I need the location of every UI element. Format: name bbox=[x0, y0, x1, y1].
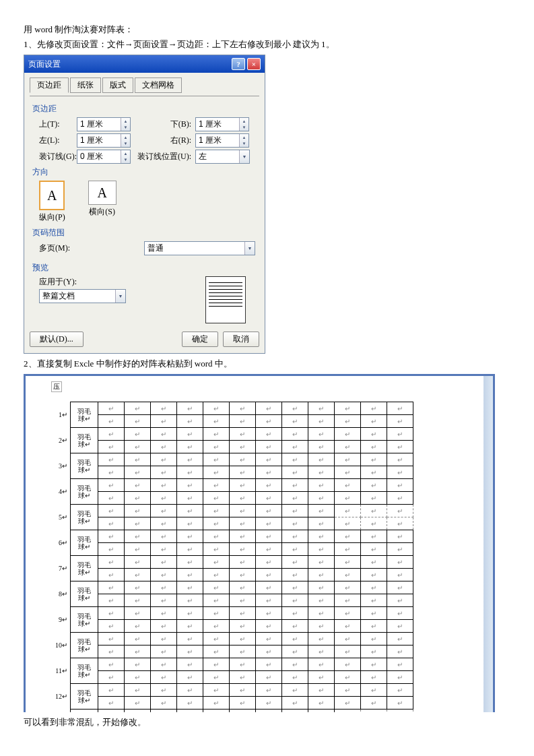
tabs: 页边距 纸张 版式 文档网格 bbox=[30, 77, 259, 92]
help-icon[interactable]: ? bbox=[232, 58, 245, 70]
tab-grid[interactable]: 文档网格 bbox=[135, 77, 182, 93]
top-input[interactable]: ▲▼ bbox=[77, 117, 131, 131]
gutter-label: 装订线(G): bbox=[39, 151, 77, 162]
gutter-input[interactable]: ▲▼ bbox=[77, 150, 131, 164]
row-number: 1↵ bbox=[44, 402, 71, 428]
orientation-portrait[interactable]: A纵向(P) bbox=[39, 181, 65, 223]
bracket-table: 1↵羽毛球↵↵↵↵↵↵↵↵↵↵↵↵↵↵↵↵↵↵↵↵↵↵↵↵↵2↵羽毛球↵↵↵↵↵… bbox=[44, 402, 413, 712]
left-label: 左(L): bbox=[39, 135, 77, 146]
tab-margins[interactable]: 页边距 bbox=[30, 77, 69, 93]
group-margin: 页边距 bbox=[32, 103, 259, 115]
row-number: 10↵ bbox=[44, 633, 71, 658]
entry-name: 羽毛球↵ bbox=[71, 658, 98, 684]
row-number: 8↵ bbox=[44, 581, 71, 607]
row-number: 4↵ bbox=[44, 479, 71, 505]
right-input[interactable]: ▲▼ bbox=[195, 133, 249, 148]
entry-name: 羽毛球↵ bbox=[71, 453, 98, 479]
row-number: 9↵ bbox=[44, 607, 71, 633]
footer-text: 可以看到非常混乱，开始修改。 bbox=[24, 716, 510, 728]
bottom-label: 下(B): bbox=[131, 119, 195, 130]
group-range: 页码范围 bbox=[32, 227, 259, 239]
group-orient: 方向 bbox=[32, 166, 259, 178]
dialog-title: 页面设置 bbox=[28, 59, 61, 70]
multi-label: 多页(M): bbox=[39, 243, 77, 254]
row-number: 13↵ bbox=[44, 710, 71, 713]
entry-name: 羽毛球↵ bbox=[71, 607, 98, 633]
entry-name: 羽毛球↵ bbox=[71, 428, 98, 453]
row-number: 5↵ bbox=[44, 505, 71, 530]
preview-icon bbox=[205, 276, 246, 323]
doc-title: 用 word 制作淘汰赛对阵表： bbox=[24, 24, 510, 36]
apply-label: 应用于(Y): bbox=[39, 276, 126, 288]
title-bar[interactable]: 页面设置 ? × bbox=[24, 55, 265, 73]
entry-name: 羽毛球↵ bbox=[71, 479, 98, 505]
row-number: 3↵ bbox=[44, 453, 71, 479]
entry-name: 羽毛球↵ bbox=[71, 505, 98, 530]
tab-paper[interactable]: 纸张 bbox=[70, 77, 101, 93]
close-icon[interactable]: × bbox=[247, 58, 261, 70]
page-setup-dialog: 页面设置 ? × 页边距 纸张 版式 文档网格 页边距 上(T): ▲▼ 下(B… bbox=[24, 55, 265, 354]
entry-name: 羽毛球↵ bbox=[71, 581, 98, 607]
step1: 1、先修改页面设置：文件→页面设置→页边距：上下左右修改到最小 建议为 1。 bbox=[24, 38, 510, 51]
apply-select[interactable]: ▼ bbox=[39, 289, 126, 303]
row-number: 7↵ bbox=[44, 556, 71, 581]
bottom-input[interactable]: ▲▼ bbox=[195, 117, 249, 131]
entry-name: 羽毛球↵ bbox=[71, 633, 98, 658]
entry-name: 羽毛球↵ bbox=[71, 684, 98, 710]
row-number: 6↵ bbox=[44, 530, 71, 556]
gutter-pos-select[interactable]: ▼ bbox=[195, 150, 250, 164]
left-input[interactable]: ▲▼ bbox=[77, 133, 131, 148]
group-preview: 预览 bbox=[32, 262, 259, 274]
top-label: 上(T): bbox=[39, 119, 77, 130]
row-number: 11↵ bbox=[44, 658, 71, 684]
entry-name: 羽毛球↵ bbox=[71, 530, 98, 556]
row-number: 12↵ bbox=[44, 684, 71, 710]
multi-select[interactable]: ▼ bbox=[144, 241, 255, 255]
orientation-landscape[interactable]: A横向(S) bbox=[88, 181, 116, 223]
cancel-button[interactable]: 取消 bbox=[223, 332, 259, 347]
row-number: 2↵ bbox=[44, 428, 71, 453]
word-page: 压 1↵羽毛球↵↵↵↵↵↵↵↵↵↵↵↵↵↵↵↵↵↵↵↵↵↵↵↵↵2↵羽毛球↵↵↵… bbox=[24, 374, 495, 712]
gutter-pos-label: 装订线位置(U): bbox=[131, 151, 195, 162]
corner-marker: 压 bbox=[51, 381, 62, 392]
entry-name: 羽毛球↵ bbox=[71, 402, 98, 428]
right-label: 右(R): bbox=[131, 135, 195, 146]
ok-button[interactable]: 确定 bbox=[182, 332, 218, 347]
tab-layout[interactable]: 版式 bbox=[102, 77, 133, 93]
step2: 2、直接复制 Excle 中制作好的对阵表粘贴到 word 中。 bbox=[24, 358, 510, 370]
entry-name: 羽毛球↵ bbox=[71, 556, 98, 581]
entry-name: 羽毛球↵ bbox=[71, 710, 98, 713]
default-button[interactable]: 默认(D)... bbox=[30, 332, 84, 347]
